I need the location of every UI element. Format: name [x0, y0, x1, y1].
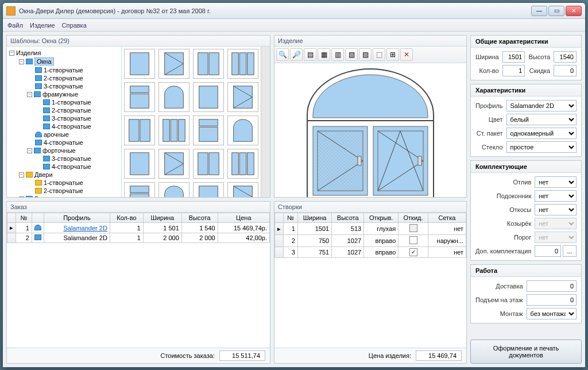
tilt-checkbox[interactable]	[409, 236, 417, 244]
preview-canvas[interactable]	[274, 63, 466, 198]
svg-rect-17	[163, 120, 170, 141]
svg-rect-29	[239, 153, 246, 175]
template-thumb[interactable]	[227, 115, 258, 145]
maximize-button[interactable]: ▭	[548, 6, 564, 16]
table-row: ▸1Salamander 2D11 5011 54015 469,74р.	[7, 223, 270, 233]
threshold-select: нет	[535, 232, 577, 243]
product-price-value: 15 469,74	[416, 350, 462, 361]
qty-input[interactable]	[502, 65, 525, 76]
specs-props: Характеристики ПрофильSalamander 2D Цвет…	[470, 84, 582, 157]
menu-product[interactable]: Изделие	[30, 22, 55, 29]
template-thumb[interactable]	[124, 49, 155, 79]
visor-select: нет	[535, 218, 577, 229]
svg-rect-18	[171, 120, 177, 141]
sashes-table[interactable]: №ШиринаВысотаОткрыв.Откид.Сетка ▸1150151…	[274, 213, 466, 258]
svg-rect-31	[130, 186, 149, 193]
zoom-in-icon[interactable]: 🔍	[276, 48, 289, 61]
windowsill-select[interactable]: нет	[535, 190, 577, 202]
close-button[interactable]: ✕	[566, 6, 582, 16]
template-thumb[interactable]	[193, 115, 224, 145]
template-thumb[interactable]	[193, 49, 224, 79]
profile-select[interactable]: Salamander 2D	[506, 100, 577, 111]
svg-rect-27	[209, 153, 219, 175]
work-props: Работа Доставка Подъем на этаж Монтажбез…	[470, 264, 582, 323]
width-input[interactable]	[502, 51, 525, 63]
sashes-title: Створки	[274, 202, 466, 213]
template-thumb[interactable]	[158, 49, 189, 79]
table-row: ▸11501513глухаянет	[275, 223, 466, 235]
template-thumb[interactable]	[227, 149, 258, 179]
svg-rect-4	[198, 53, 208, 75]
thumbnails-grid[interactable]	[122, 47, 261, 197]
lift-input[interactable]	[527, 294, 577, 306]
template-thumb[interactable]	[227, 49, 258, 79]
template-thumb[interactable]	[193, 149, 224, 179]
minimize-button[interactable]: —	[531, 6, 547, 16]
template-thumb[interactable]	[124, 182, 155, 197]
template-thumb[interactable]	[158, 82, 189, 112]
extra-input[interactable]	[535, 245, 561, 257]
svg-rect-12	[234, 86, 253, 108]
glass-select[interactable]: простое	[506, 141, 577, 153]
tilt-checkbox[interactable]: ✓	[409, 248, 417, 256]
glazing-select[interactable]: однокамерный	[506, 128, 577, 139]
print-documents-button[interactable]: Оформление и печать документов	[470, 340, 582, 364]
order-table[interactable]: № ПрофильКол-во ШиринаВысотаЦена ▸1Salam…	[7, 213, 270, 243]
template-thumb[interactable]	[124, 115, 155, 145]
sashes-panel: Створки №ШиринаВысотаОткрыв.Откид.Сетка …	[274, 201, 467, 364]
svg-rect-66	[418, 156, 421, 165]
template-thumb[interactable]	[193, 82, 224, 112]
align-top-icon[interactable]: ▧	[345, 48, 358, 61]
svg-rect-10	[130, 94, 149, 108]
template-thumb[interactable]	[158, 149, 189, 179]
svg-rect-26	[198, 153, 208, 175]
menubar: Файл Изделие Справка	[3, 19, 585, 32]
color-select[interactable]: белый	[506, 114, 577, 125]
product-title: Изделие	[274, 36, 466, 47]
install-select[interactable]: без монтажа	[527, 308, 577, 319]
align-right-icon[interactable]: ▥	[331, 48, 344, 61]
zoom-out-icon[interactable]: 🔎	[290, 48, 303, 61]
discount-input[interactable]	[554, 65, 577, 76]
height-input[interactable]	[554, 51, 577, 63]
svg-rect-8	[247, 53, 254, 75]
svg-rect-9	[130, 86, 149, 93]
svg-rect-19	[179, 120, 185, 141]
delivery-input[interactable]	[527, 280, 577, 292]
template-thumb[interactable]	[227, 82, 258, 112]
preview-toolbar: 🔍 🔎 ▤ ▦ ▥ ▧ ▨ ⬚ ⊞ ✕	[274, 47, 466, 63]
svg-rect-22	[130, 153, 149, 175]
svg-rect-7	[239, 53, 246, 75]
align-center-icon[interactable]: ▦	[318, 48, 330, 61]
svg-rect-33	[199, 186, 218, 197]
align-bottom-icon[interactable]: ▨	[359, 48, 372, 61]
menu-help[interactable]: Справка	[62, 22, 87, 29]
slopes-select[interactable]: нет	[535, 204, 577, 215]
svg-rect-1	[165, 53, 184, 75]
template-thumb[interactable]	[158, 115, 189, 145]
template-thumb[interactable]	[227, 182, 258, 197]
svg-rect-32	[130, 194, 149, 197]
svg-rect-11	[199, 86, 218, 108]
template-thumb[interactable]	[124, 82, 155, 112]
order-total-value: 15 511,74	[219, 350, 265, 361]
delete-icon[interactable]: ✕	[400, 48, 413, 61]
align-left-icon[interactable]: ▤	[304, 48, 316, 61]
svg-rect-15	[129, 120, 139, 141]
menu-file[interactable]: Файл	[7, 22, 23, 29]
extra-browse-button[interactable]: ...	[563, 245, 577, 257]
order-panel: Заказ № ПрофильКол-во ШиринаВысотаЦена ▸…	[6, 201, 270, 364]
accessories-props: Комплектующие Отливнет Подоконникнет Отк…	[470, 160, 582, 261]
template-thumb[interactable]	[193, 182, 224, 197]
sill-select[interactable]: нет	[535, 176, 577, 188]
template-thumb[interactable]	[158, 182, 189, 197]
tree-view[interactable]: −Изделия −Окна 1-створчатые 2-створчатые…	[7, 47, 122, 197]
svg-rect-23	[165, 153, 184, 175]
template-thumb[interactable]	[124, 149, 155, 179]
svg-rect-5	[209, 53, 219, 75]
product-preview-panel: Изделие 🔍 🔎 ▤ ▦ ▥ ▧ ▨ ⬚ ⊞ ✕	[274, 35, 467, 198]
table-row: 27501027вправонаружн...	[275, 235, 466, 247]
tool-b-icon[interactable]: ⊞	[386, 48, 399, 61]
tool-a-icon[interactable]: ⬚	[373, 48, 385, 61]
scrollbar[interactable]	[261, 47, 270, 197]
